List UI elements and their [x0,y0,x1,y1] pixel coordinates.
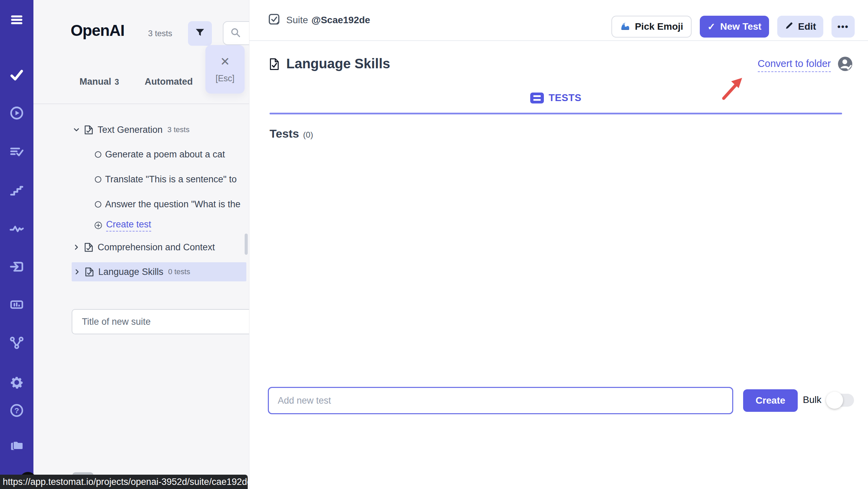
tests-check-icon[interactable] [9,68,24,83]
import-icon[interactable] [9,259,24,274]
tab-manual[interactable]: Manual3 [79,76,119,87]
chevron-down-icon[interactable] [72,126,81,134]
bulk-label: Bulk [803,394,821,405]
suite-main-area: Suite @Scae192de Pick Emoji ✓ New Test [249,0,868,489]
project-title: OpenAI [71,21,125,40]
plus-circle-icon [94,221,103,230]
help-icon[interactable]: ? [9,403,24,418]
runs-play-icon[interactable] [9,106,24,121]
add-test-input[interactable] [268,387,733,414]
test-label: Answer the question "What is the [105,199,241,210]
suite-count: 3 tests [168,125,190,134]
check-icon: ✓ [707,21,715,32]
test-row[interactable]: Generate a poem about a cat [33,147,225,162]
projects-folder-icon[interactable] [9,438,24,453]
suite-title-row: Language Skills Convert to folder [249,51,868,83]
hamburger-menu-icon[interactable] [9,12,24,27]
tests-card-icon [530,93,544,103]
suite-label: Text Generation [98,125,163,135]
chevron-right-icon[interactable] [73,268,81,276]
edit-button[interactable]: Edit [777,16,823,38]
bulk-toggle-knob[interactable] [826,392,843,409]
test-status-circle-icon [95,176,101,183]
close-filter-popup[interactable]: ✕ [Esc] [205,45,245,94]
suite-id: @Scae192de [312,15,370,26]
tree-scrollbar-thumb[interactable] [245,234,248,255]
new-test-button[interactable]: ✓ New Test [700,16,769,38]
tests-count: (0) [303,130,313,140]
suite-file-check-icon [269,57,280,72]
analytics-icon[interactable] [9,297,24,312]
suite-row-comprehension[interactable]: Comprehension and Context [33,240,215,255]
filter-funnel-icon [194,27,206,40]
close-icon[interactable]: ✕ [220,56,230,67]
tests-section-heading: Tests (0) [270,127,313,140]
suite-count: 0 tests [168,267,190,276]
suite-check-icon [268,13,281,27]
test-status-circle-icon [95,201,101,208]
status-url-tooltip: https://app.testomat.io/projects/openai-… [0,475,248,489]
suite-file-icon [84,124,93,135]
search-icon [230,27,241,40]
create-button[interactable]: Create [743,389,798,412]
assignee-avatar-icon[interactable] [837,56,853,72]
suite-file-icon [84,242,93,253]
suite-row-text-generation[interactable]: Text Generation 3 tests [33,122,189,137]
test-row[interactable]: Answer the question "What is the [33,197,241,212]
suite-label: Comprehension and Context [98,242,215,253]
suites-tree-panel: OpenAI 3 tests ✕ [Esc] Manual3 Automated [33,0,249,489]
bulk-toggle[interactable] [827,394,854,407]
new-suite-title-input[interactable] [72,309,249,334]
tab-manual-count: 3 [115,78,119,86]
suite-header-bar: Suite @Scae192de Pick Emoji ✓ New Test [249,0,868,41]
app-root: ? OpenAI 3 tests ✕ [Esc] Manual3 Automat… [0,0,868,489]
pick-emoji-button[interactable]: Pick Emoji [611,16,692,38]
pencil-icon [784,21,794,33]
status-url: https://app.testomat.io/projects/openai-… [3,477,252,487]
header-actions: Pick Emoji ✓ New Test Edit ••• [611,16,855,38]
ellipsis-icon: ••• [837,22,849,32]
filter-button[interactable] [188,21,212,46]
add-test-composer: Create Bulk [249,387,868,415]
icon-rail: ? [0,0,33,489]
suite-breadcrumb-label: Suite [286,15,308,26]
search-input[interactable] [223,21,249,45]
suite-row-language-skills-selected[interactable]: Language Skills 0 tests [72,262,246,281]
more-options-button[interactable]: ••• [831,16,855,38]
suite-file-icon [85,266,94,277]
svg-text:?: ? [14,406,19,415]
esc-hint: [Esc] [216,73,235,83]
run-list-icon[interactable] [9,144,24,159]
tab-automated[interactable]: Automated [145,76,193,87]
steps-icon[interactable] [9,183,24,198]
test-label: Translate "This is a sentence" to [105,174,237,185]
create-test-row[interactable]: Create test [33,218,151,233]
gear-icon[interactable] [9,375,24,390]
test-row[interactable]: Translate "This is a sentence" to [33,172,237,187]
active-tab-underline [270,113,842,114]
create-test-link[interactable]: Create test [106,219,151,232]
convert-to-folder-link[interactable]: Convert to folder [758,58,831,72]
tabs-divider [33,103,249,104]
suite-tabbar: TESTS [270,92,842,116]
pulse-icon[interactable] [9,221,24,236]
suite-label: Language Skills [98,267,163,277]
tab-tests[interactable]: TESTS [270,92,842,103]
test-status-circle-icon [95,151,101,158]
chevron-right-icon[interactable] [72,243,81,251]
wave-emoji-icon [620,20,631,33]
breadcrumb: Suite @Scae192de [268,13,370,27]
branches-icon[interactable] [9,335,24,350]
project-test-count: 3 tests [148,29,172,38]
test-label: Generate a poem about a cat [105,149,225,160]
page-title: Language Skills [286,56,390,71]
